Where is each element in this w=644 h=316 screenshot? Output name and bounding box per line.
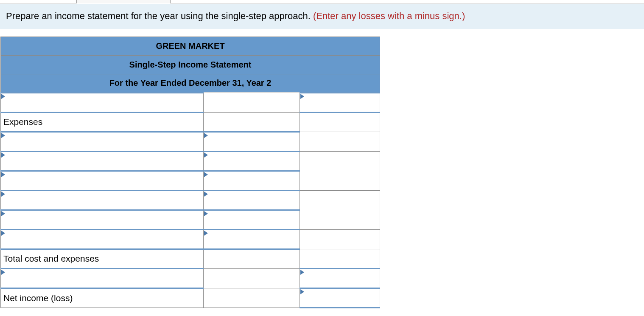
expenses-label-row: Expenses	[1, 112, 380, 132]
total-expenses-row: Total cost and expenses	[1, 249, 380, 268]
expense-amount-input-2[interactable]	[203, 151, 300, 171]
dropdown-icon	[300, 94, 304, 99]
instruction-bar: Prepare an income statement for the year…	[0, 4, 644, 29]
dropdown-icon	[204, 192, 208, 197]
blank-cell-c[interactable]	[300, 210, 380, 229]
statement-title-cell: Single-Step Income Statement	[1, 55, 380, 74]
tab-strip	[0, 0, 644, 3]
dropdown-icon	[1, 172, 5, 177]
expense-account-select-2[interactable]	[1, 151, 204, 171]
dropdown-icon	[1, 231, 5, 236]
expense-amount-input-6[interactable]	[203, 229, 300, 249]
net-income-mid-cell[interactable]	[203, 288, 300, 308]
dropdown-icon	[1, 211, 5, 216]
total-expenses-amount-cell[interactable]	[300, 249, 380, 268]
pre-net-row	[1, 268, 380, 288]
total-expenses-label-cell: Total cost and expenses	[1, 249, 204, 268]
net-income-amount-input[interactable]	[300, 288, 380, 308]
company-name-cell: GREEN MARKET	[1, 37, 380, 55]
dropdown-icon	[300, 289, 304, 294]
pre-net-mid-cell[interactable]	[203, 268, 300, 288]
header-title-row: Single-Step Income Statement	[1, 55, 380, 74]
blank-cell-b[interactable]	[203, 112, 300, 132]
pre-net-amount-input[interactable]	[300, 268, 380, 288]
expense-amount-input-4[interactable]	[203, 190, 300, 210]
dropdown-icon	[204, 152, 208, 158]
dropdown-icon	[1, 270, 5, 275]
expense-row-2	[1, 151, 380, 171]
expense-account-select-3[interactable]	[1, 171, 204, 190]
expense-account-select-5[interactable]	[1, 210, 204, 229]
dropdown-icon	[204, 133, 208, 138]
net-income-label-cell: Net income (loss)	[1, 288, 204, 308]
expense-account-select-4[interactable]	[1, 190, 204, 210]
dropdown-icon	[204, 172, 208, 177]
instruction-text: Prepare an income statement for the year…	[6, 11, 313, 21]
net-income-row: Net income (loss)	[1, 288, 380, 308]
instruction-note: (Enter any losses with a minus sign.)	[313, 11, 465, 21]
revenue-row	[1, 93, 380, 112]
revenue-amount-input[interactable]	[300, 93, 380, 112]
expense-account-select-6[interactable]	[1, 229, 204, 249]
dropdown-icon	[1, 133, 5, 138]
dropdown-icon	[1, 152, 5, 158]
header-company-row: GREEN MARKET	[1, 37, 380, 55]
header-period-row: For the Year Ended December 31, Year 2	[1, 74, 380, 93]
expenses-label-cell: Expenses	[1, 112, 204, 132]
dropdown-icon	[300, 270, 304, 275]
expense-amount-input-1[interactable]	[203, 132, 300, 151]
revenue-mid-cell[interactable]	[203, 93, 300, 112]
total-expenses-mid-cell[interactable]	[203, 249, 300, 268]
statement-period-cell: For the Year Ended December 31, Year 2	[1, 74, 380, 93]
expense-row-4	[1, 190, 380, 210]
revenue-account-select[interactable]	[1, 93, 204, 112]
blank-cell-c[interactable]	[300, 151, 380, 171]
expense-row-5	[1, 210, 380, 229]
expense-row-6	[1, 229, 380, 249]
expense-account-select-1[interactable]	[1, 132, 204, 151]
income-statement-table: GREEN MARKET Single-Step Income Statemen…	[0, 37, 380, 308]
expense-row-1	[1, 132, 380, 151]
pre-net-account-select[interactable]	[1, 268, 204, 288]
blank-cell-c[interactable]	[300, 112, 380, 132]
expense-row-3	[1, 171, 380, 190]
blank-cell-c[interactable]	[300, 132, 380, 151]
expense-amount-input-5[interactable]	[203, 210, 300, 229]
dropdown-icon	[1, 192, 5, 197]
dropdown-icon	[204, 211, 208, 216]
blank-cell-c[interactable]	[300, 229, 380, 249]
dropdown-icon	[1, 94, 5, 99]
blank-cell-c[interactable]	[300, 171, 380, 190]
dropdown-icon	[204, 231, 208, 236]
blank-cell-c[interactable]	[300, 190, 380, 210]
expense-amount-input-3[interactable]	[203, 171, 300, 190]
